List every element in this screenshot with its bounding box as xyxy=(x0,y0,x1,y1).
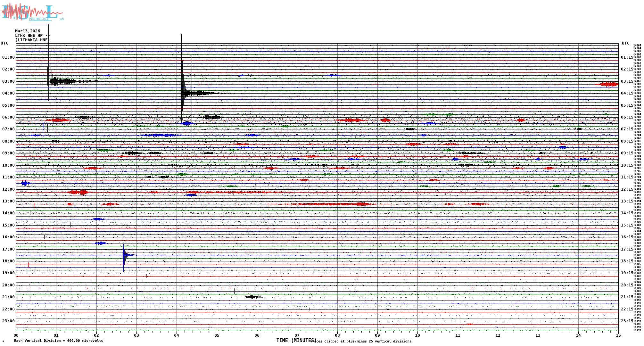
left-time-label: 19:00 xyxy=(0,271,15,275)
x-axis-tick-label: 10 xyxy=(415,333,420,338)
station-name: (LITHAKIA-HNE) xyxy=(15,38,50,42)
trace-offset-value: 14196 xyxy=(633,329,641,332)
trace-offset-value: 14201 xyxy=(633,125,641,128)
x-axis-tick-label: 12 xyxy=(495,333,500,338)
left-time-label: 08:00 xyxy=(0,139,15,144)
station-header: Mar13,2026 LTHK HNE HP -- (LITHAKIA-HNE) xyxy=(15,29,50,42)
right-time-label: 19:15 xyxy=(621,271,633,275)
trace-offset-value: 14199 xyxy=(633,188,641,191)
left-time-label: 06:00 xyxy=(0,115,15,119)
left-time-label: 01:00 xyxy=(0,55,15,60)
trace-offset-value: 14203 xyxy=(633,116,641,119)
trace-offset-value: 14202 xyxy=(633,119,641,122)
trace-offset-value: 14189 xyxy=(633,287,641,290)
trace-offset-value: 14205 xyxy=(633,107,641,110)
left-time-label: 17:00 xyxy=(0,247,15,251)
trace-offset-value: 14182 xyxy=(633,254,641,257)
trace-offset-value: 14198 xyxy=(633,191,641,194)
left-time-label: 21:00 xyxy=(0,295,15,299)
trace-offset-value: 14182 xyxy=(633,245,641,248)
corner-glyph: m xyxy=(3,340,4,343)
trace-offset-value: 14206 xyxy=(633,143,641,146)
x-axis-tick-label: 05 xyxy=(214,333,219,338)
right-time-label: 20:15 xyxy=(621,283,633,287)
trace-offset-value: 14208 xyxy=(633,152,641,155)
trace-offset-value: 14204 xyxy=(633,113,641,116)
trace-offset-value: 14209 xyxy=(633,158,641,161)
trace-offset-value: 14203 xyxy=(633,50,641,53)
x-axis-tick-label: 13 xyxy=(535,333,541,338)
x-axis-tick-label: 07 xyxy=(294,333,300,338)
right-time-label: 09:15 xyxy=(621,151,633,155)
right-time-label: 01:15 xyxy=(621,55,633,60)
right-time-label: 05:15 xyxy=(621,103,633,108)
trace-offset-value: 14205 xyxy=(633,110,641,113)
trace-offset-value: 14196 xyxy=(633,326,641,329)
trace-offset-value: 14196 xyxy=(633,320,641,323)
trace-offset-value: 14187 xyxy=(633,224,641,227)
station-channel: LTHK HNE HP -- xyxy=(15,33,50,38)
trace-offset-value: 14202 xyxy=(633,128,641,131)
trace-offset-value: 14189 xyxy=(633,281,641,284)
x-axis-tick-label: 06 xyxy=(254,333,260,338)
trace-offset-value: 14201 xyxy=(633,68,641,71)
trace-offset-value: 14204 xyxy=(633,47,641,50)
trace-offset-value: 14185 xyxy=(633,227,641,230)
right-time-label: 22:15 xyxy=(621,307,633,311)
x-axis-tick-label: 11 xyxy=(455,333,460,338)
right-time-label: 08:15 xyxy=(621,139,633,144)
x-axis-tick-label: 15 xyxy=(616,333,621,338)
trace-offset-value: 14195 xyxy=(633,206,641,209)
right-time-label: 16:15 xyxy=(621,235,633,239)
trace-offset-value: 14207 xyxy=(633,164,641,167)
left-time-label: 03:00 xyxy=(0,79,15,84)
trace-offset-value: 14203 xyxy=(633,98,641,101)
trace-offset-value: 14189 xyxy=(633,221,641,224)
trace-offset-value: 14206 xyxy=(633,137,641,140)
trace-offset-value: 14203 xyxy=(633,95,641,98)
right-time-label: 04:15 xyxy=(621,91,633,95)
trace-offset-value: 14188 xyxy=(633,290,641,293)
trace-offset-value: 14202 xyxy=(633,83,641,86)
right-time-label: 18:15 xyxy=(621,259,633,263)
right-time-label: 23:15 xyxy=(621,319,633,323)
trace-offset-value: 14188 xyxy=(633,215,641,218)
right-time-label: 17:15 xyxy=(621,247,633,251)
trace-offset-value: 14183 xyxy=(633,236,641,239)
left-time-label: 13:00 xyxy=(0,199,15,203)
trace-offset-value: 14194 xyxy=(633,200,641,203)
left-time-label: 23:00 xyxy=(0,319,15,323)
trace-offset-value: 14189 xyxy=(633,284,641,287)
right-time-label: 12:15 xyxy=(621,187,633,192)
record-date: Mar13,2026 xyxy=(15,29,50,33)
trace-offset-value: 14202 xyxy=(633,89,641,92)
trace-offset-value: 14183 xyxy=(633,257,641,260)
trace-offset-value: 14202 xyxy=(633,56,641,59)
trace-offset-value: 14201 xyxy=(633,65,641,68)
trace-offset-value: 14201 xyxy=(633,59,641,62)
trace-offset-value: 14191 xyxy=(633,305,641,308)
trace-offset-value: 14206 xyxy=(633,173,641,176)
trace-offset-value: 14185 xyxy=(633,263,641,266)
trace-offset-value: 14207 xyxy=(633,149,641,152)
right-time-label: 21:15 xyxy=(621,295,633,299)
trace-offset-value: 14204 xyxy=(633,176,641,179)
trace-offset-value: 14204 xyxy=(633,104,641,107)
x-axis-tick-label: 08 xyxy=(335,333,340,338)
trace-offset-value: 14197 xyxy=(633,203,641,206)
trace-offset-value: 14196 xyxy=(633,80,641,83)
left-time-label: 07:00 xyxy=(0,127,15,131)
right-time-label: 03:15 xyxy=(621,79,633,84)
left-time-label: 18:00 xyxy=(0,259,15,263)
trace-offset-value: 14204 xyxy=(633,44,641,47)
trace-offset-value: 14193 xyxy=(633,311,641,314)
right-time-label: 14:15 xyxy=(621,211,633,215)
x-axis-tick-label: 00 xyxy=(13,333,19,338)
left-time-label: 16:00 xyxy=(0,235,15,239)
trace-offset-value: 14207 xyxy=(633,122,641,125)
logo-word-eismology: eismology xyxy=(29,16,49,21)
x-axis-tick-label: 02 xyxy=(94,333,99,338)
x-axis-tick-label: 04 xyxy=(174,333,179,338)
x-axis-tick-label: 01 xyxy=(54,333,59,338)
left-utc-label: UTC xyxy=(1,41,8,45)
